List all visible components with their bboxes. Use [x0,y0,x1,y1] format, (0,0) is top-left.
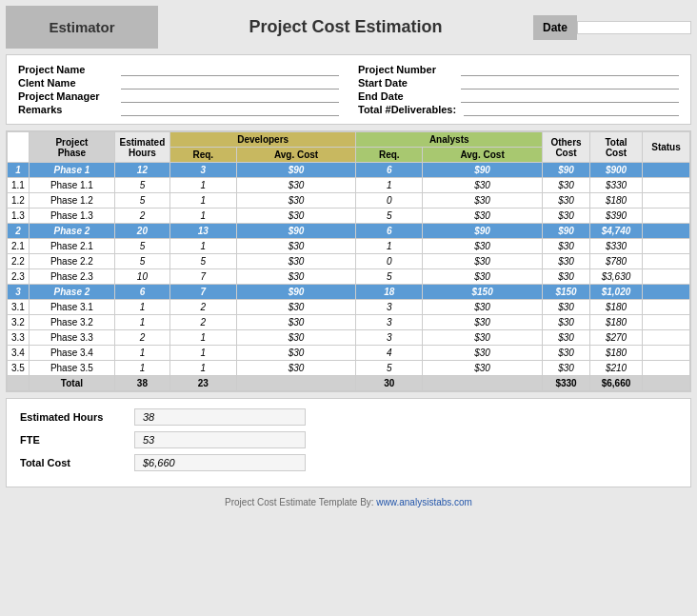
row-num: 3 [8,285,30,300]
row-num: 2.1 [8,239,30,254]
row-phase-name: Phase 1 [29,163,114,178]
date-value[interactable] [577,21,691,34]
row-dev-req: 1 [169,178,236,193]
footer: Project Cost Estimate Template By: www.a… [6,493,691,511]
table-row: 2.1 Phase 2.1 5 1 $30 1 $30 $30 $330 [8,239,690,254]
client-name-row: Clent Name [18,76,339,89]
row-total: $900 [590,163,643,178]
row-total: $270 [590,330,643,346]
row-others: $90 [543,224,590,239]
row-others: $30 [543,269,590,285]
row-num: 1 [8,163,30,178]
row-others: $90 [543,163,590,178]
estimator-label: Estimator [6,6,158,49]
project-name-value[interactable] [121,63,339,76]
row-dev-req: 1 [169,239,236,254]
row-dev-avg: $30 [236,330,356,346]
row-status [643,163,690,178]
row-phase-name: Phase 3.3 [29,330,114,346]
row-num: 1.1 [8,178,30,193]
remarks-row: Remarks [18,103,339,116]
project-number-row: Project Number [358,63,679,76]
row-ana-avg: $30 [423,300,543,315]
row-others: $30 [543,361,590,376]
row-num: 2 [8,224,30,239]
row-total: $780 [590,254,643,269]
table-row: 3.4 Phase 3.4 1 1 $30 4 $30 $30 $180 [8,346,690,361]
col-est-hours: EstimatedHours [114,132,169,163]
summary-label: Total Cost [20,457,134,468]
row-status [643,178,690,193]
row-dev-avg: $30 [236,209,356,224]
row-phase-name: Phase 3.1 [29,300,114,315]
row-est-hours: 2 [114,209,169,224]
row-others: $150 [543,285,590,300]
project-name-label: Project Name [18,64,113,75]
row-est-hours: 5 [114,193,169,209]
row-num: 3.1 [8,300,30,315]
start-date-value[interactable] [461,76,679,89]
summary-row: Estimated Hours 38 [20,408,677,426]
row-status [643,224,690,239]
row-ana-req: 18 [356,285,423,300]
footer-link[interactable]: www.analysistabs.com [376,497,472,507]
project-manager-value[interactable] [121,89,339,103]
table-row: 2.2 Phase 2.2 5 5 $30 0 $30 $30 $780 [8,254,690,269]
total-est: 38 [114,376,169,391]
project-manager-label: Project Manager [18,90,113,102]
row-est-hours: 5 [114,239,169,254]
start-date-label: Start Date [358,77,453,89]
row-others: $30 [543,209,590,224]
project-manager-row: Project Manager [18,89,339,103]
row-dev-req: 5 [169,254,236,269]
row-dev-req: 1 [169,361,236,376]
total-dev-avg [236,376,356,391]
row-status [643,269,690,285]
page-title: Project Cost Estimation [158,17,533,37]
end-date-value[interactable] [461,89,679,103]
col-total-cost: Total Cost [590,132,643,163]
row-dev-avg: $30 [236,254,356,269]
cost-table: ProjectPhase EstimatedHours Developers A… [7,131,690,391]
row-dev-avg: $30 [236,269,356,285]
row-phase-name: Phase 3.5 [29,361,114,376]
row-phase-name: Phase 2.1 [29,239,114,254]
row-ana-avg: $30 [423,193,543,209]
header: Estimator Project Cost Estimation Date [6,6,691,49]
row-ana-req: 6 [356,163,423,178]
total-num [8,376,30,391]
row-status [643,193,690,209]
client-name-value[interactable] [121,76,339,89]
table-row: 1 Phase 1 12 3 $90 6 $90 $90 $900 [8,163,690,178]
row-est-hours: 1 [114,315,169,330]
total-deliverables-value[interactable] [464,103,679,116]
row-total: $330 [590,178,643,193]
col-dev-avg: Avg. Cost [236,148,356,163]
row-phase-name: Phase 3.2 [29,315,114,330]
row-est-hours: 5 [114,254,169,269]
row-num: 1.3 [8,209,30,224]
summary-section: Estimated Hours 38 FTE 53 Total Cost $6,… [6,398,691,487]
row-status [643,209,690,224]
row-total: $3,630 [590,269,643,285]
row-dev-req: 1 [169,346,236,361]
row-ana-req: 5 [356,209,423,224]
row-ana-req: 1 [356,239,423,254]
row-ana-avg: $30 [423,209,543,224]
remarks-value[interactable] [121,103,339,116]
table-row: 1.3 Phase 1.3 2 1 $30 5 $30 $30 $390 [8,209,690,224]
row-others: $30 [543,315,590,330]
col-ana-avg: Avg. Cost [423,148,543,163]
row-est-hours: 20 [114,224,169,239]
row-total: $210 [590,361,643,376]
project-number-value[interactable] [461,63,679,76]
row-ana-req: 3 [356,330,423,346]
row-dev-req: 1 [169,209,236,224]
row-num: 3.3 [8,330,30,346]
row-ana-req: 5 [356,361,423,376]
row-ana-avg: $90 [423,163,543,178]
row-dev-req: 2 [169,315,236,330]
row-phase-name: Phase 2 [29,224,114,239]
total-deliverables-row: Total #Deliverables: [358,103,679,116]
summary-value: $6,660 [134,454,306,471]
